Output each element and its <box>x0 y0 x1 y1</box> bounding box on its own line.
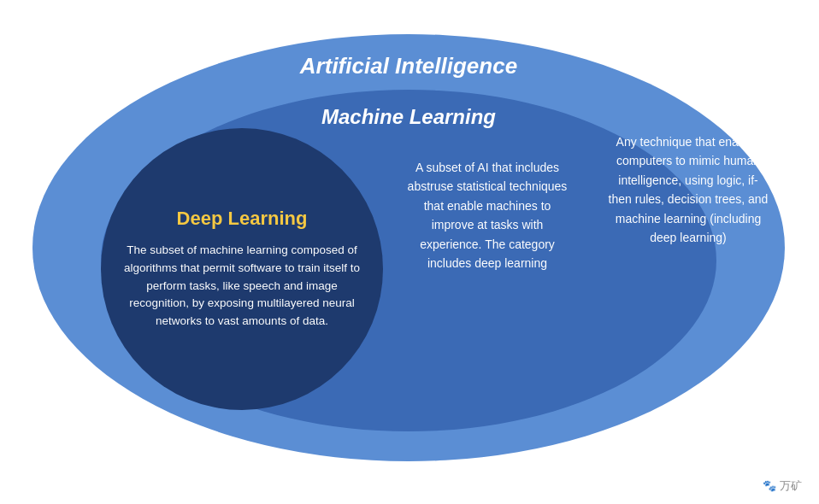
ml-description: A subset of AI that includes abstruse st… <box>402 158 573 273</box>
main-container: Artificial Intelligence Machine Learning… <box>0 0 819 504</box>
watermark: 🐾 万矿 <box>763 478 802 494</box>
ml-title: Machine Learning <box>321 105 496 129</box>
dl-title: Deep Learning <box>177 208 308 230</box>
dl-description: The subset of machine learning composed … <box>122 242 362 331</box>
ai-description: Any technique that enables computers to … <box>607 132 769 247</box>
ai-title: Artificial Intelligence <box>300 53 517 79</box>
dl-ellipse: Deep Learning The subset of machine lear… <box>101 128 383 410</box>
